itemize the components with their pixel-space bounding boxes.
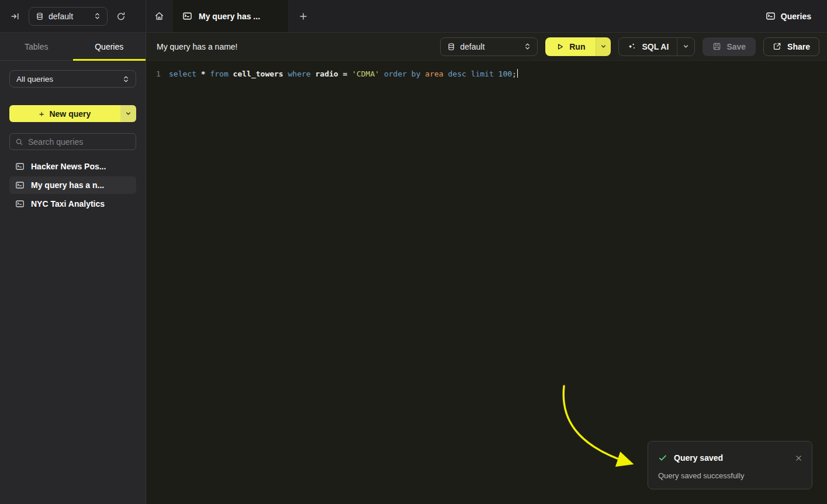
- sidebar-tab-queries-label: Queries: [95, 42, 123, 51]
- collapse-sidebar-button[interactable]: [7, 8, 23, 25]
- run-button-label: Run: [569, 42, 585, 51]
- collapse-sidebar-icon: [11, 12, 20, 21]
- terminal-icon: [15, 162, 25, 171]
- query-list-item-hacker-news[interactable]: Hacker News Pos...: [9, 158, 136, 175]
- share-button-label: Share: [787, 42, 810, 51]
- query-toolbar: My query has a name! default Run: [146, 33, 827, 61]
- terminal-icon: [182, 11, 192, 21]
- query-title: My query has a name!: [157, 42, 238, 51]
- search-queries-input[interactable]: [28, 137, 130, 147]
- main-area: My query has a name! default Run: [146, 33, 827, 504]
- toast-title: Query saved: [674, 453, 723, 463]
- active-tab-underline: [73, 59, 146, 61]
- share-button[interactable]: Share: [763, 37, 819, 56]
- run-database-selector[interactable]: default: [440, 37, 538, 56]
- save-button-label: Save: [726, 42, 746, 51]
- database-icon: [447, 43, 455, 51]
- run-options-button[interactable]: [596, 37, 611, 56]
- new-query-button[interactable]: + New query: [9, 105, 120, 122]
- topbar: default My query has ..: [0, 0, 827, 33]
- plus-icon: [299, 12, 307, 20]
- new-query-label: New query: [49, 109, 91, 119]
- sidebar: Tables Queries All queries + New query: [0, 33, 146, 504]
- save-button[interactable]: Save: [703, 37, 756, 56]
- home-icon: [154, 11, 164, 21]
- sidebar-tab-tables-label: Tables: [25, 42, 48, 51]
- close-icon: [795, 455, 802, 461]
- new-query-split-button: + New query: [9, 105, 136, 122]
- queries-terminal-icon: [766, 11, 776, 21]
- query-list: Hacker News Pos... My query has a n... N…: [9, 158, 136, 213]
- chevron-down-icon: [600, 43, 607, 50]
- sidebar-body: All queries + New query: [0, 61, 146, 222]
- sql-code: select * from cell_towers where radio = …: [169, 68, 518, 80]
- sidebar-tabs: Tables Queries: [0, 33, 146, 61]
- chevron-down-icon: [125, 110, 132, 117]
- query-filter-select[interactable]: All queries: [9, 70, 136, 88]
- run-database-value: default: [460, 42, 520, 51]
- sidebar-tab-queries[interactable]: Queries: [73, 33, 146, 60]
- database-icon: [36, 12, 44, 20]
- topbar-right: Queries: [766, 0, 827, 32]
- database-selector-value: default: [49, 12, 89, 21]
- sparkles-icon: [627, 42, 636, 51]
- share-icon: [773, 42, 781, 51]
- save-icon: [712, 42, 721, 51]
- updown-chevrons-icon: [123, 75, 129, 83]
- toast-header: Query saved: [658, 452, 804, 464]
- plus-icon: +: [39, 109, 44, 118]
- topbar-left: default: [0, 0, 146, 32]
- sql-ai-label: SQL AI: [642, 42, 669, 51]
- query-filter-value: All queries: [16, 75, 118, 84]
- sidebar-tab-tables[interactable]: Tables: [0, 33, 73, 60]
- tab-label: My query has ...: [199, 12, 260, 21]
- toast-message: Query saved successfully: [658, 471, 804, 480]
- check-icon: [658, 453, 667, 463]
- terminal-icon: [15, 180, 25, 190]
- sql-editor[interactable]: 1 select * from cell_towers where radio …: [146, 61, 827, 80]
- updown-chevrons-icon: [94, 12, 101, 20]
- line-number: 1: [156, 68, 163, 80]
- toast-close-button[interactable]: [793, 452, 804, 464]
- refresh-icon: [116, 12, 126, 21]
- refresh-button[interactable]: [113, 8, 129, 25]
- search-icon: [15, 138, 23, 146]
- updown-chevrons-icon: [524, 43, 531, 50]
- query-list-item-nyc-taxi[interactable]: NYC Taxi Analytics: [9, 195, 136, 213]
- play-icon: [556, 43, 564, 51]
- terminal-icon: [15, 199, 25, 208]
- toast-query-saved: Query saved Query saved successfully: [648, 441, 812, 489]
- chevron-down-icon: [683, 43, 689, 50]
- sql-console-app: default My query has ..: [0, 0, 827, 504]
- query-list-item-label: My query has a n...: [31, 180, 104, 190]
- database-selector[interactable]: default: [29, 7, 108, 26]
- query-list-item-my-query[interactable]: My query has a n...: [9, 176, 136, 194]
- new-tab-button[interactable]: [289, 0, 318, 32]
- query-list-item-label: NYC Taxi Analytics: [31, 199, 105, 208]
- query-list-item-label: Hacker News Pos...: [31, 162, 106, 171]
- queries-indicator-label[interactable]: Queries: [781, 12, 811, 21]
- new-query-options-button[interactable]: [120, 105, 136, 122]
- sql-ai-button[interactable]: SQL AI: [619, 38, 677, 55]
- search-queries-box: [9, 133, 136, 150]
- tab-my-query[interactable]: My query has ...: [172, 0, 289, 32]
- tab-strip: My query has ...: [146, 0, 318, 32]
- run-split-button: Run: [545, 37, 611, 56]
- run-button[interactable]: Run: [545, 37, 596, 56]
- sql-ai-split-button: SQL AI: [618, 37, 695, 56]
- code-line: 1 select * from cell_towers where radio …: [156, 68, 827, 80]
- sql-ai-options-button[interactable]: [677, 38, 694, 55]
- home-button[interactable]: [146, 0, 172, 32]
- text-cursor: [517, 69, 518, 78]
